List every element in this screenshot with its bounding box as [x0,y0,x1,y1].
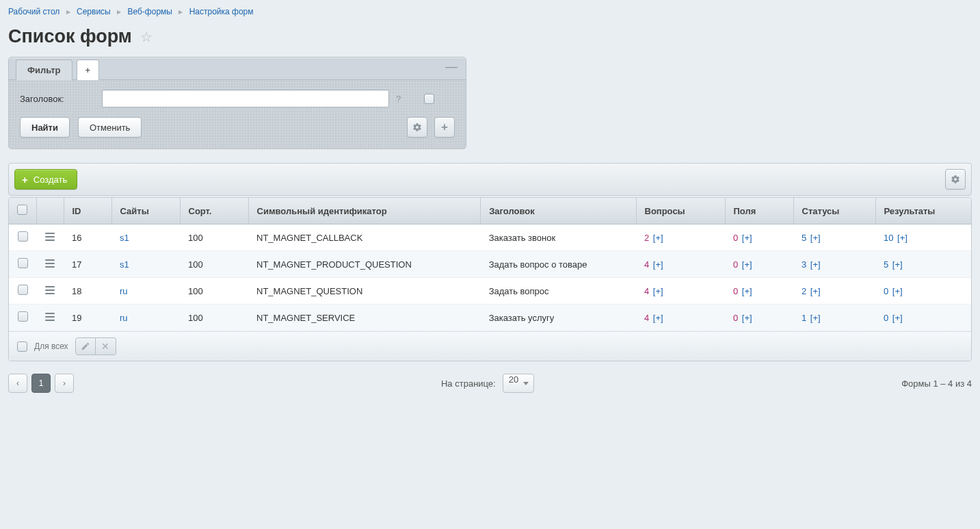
cell-site-link[interactable]: ru [120,286,128,296]
add-field-link[interactable]: [+] [742,233,752,243]
plus-icon: + [22,174,28,185]
add-question-link[interactable]: [+] [653,286,663,296]
cell-title: Заказать звонок [481,224,636,251]
page-next-button[interactable]: › [55,374,74,393]
add-result-link[interactable]: [+] [892,259,903,270]
add-question-link[interactable]: [+] [653,313,663,323]
cell-statuses-link[interactable]: 1 [802,313,806,323]
add-question-link[interactable]: [+] [653,259,663,270]
column-header-id[interactable]: ID [64,198,111,224]
breadcrumb-item[interactable]: Настройка форм [189,7,254,16]
gear-icon [412,122,422,132]
help-icon[interactable]: ? [396,94,401,104]
cell-site-link[interactable]: s1 [120,233,129,243]
cell-statuses-link[interactable]: 5 [802,233,806,243]
cell-fields-link[interactable]: 0 [733,259,738,270]
breadcrumb-item[interactable]: Веб-формы [127,7,172,16]
cell-title: Задать вопрос о товаре [481,251,636,278]
collapse-icon[interactable]: — [445,63,458,74]
cell-sort: 100 [180,278,248,305]
burger-icon[interactable] [45,286,55,294]
delete-selected-button[interactable]: ✕ [96,337,116,355]
add-field-link[interactable]: [+] [742,286,752,296]
burger-icon[interactable] [45,233,55,241]
column-header-sites[interactable]: Сайты [111,198,180,224]
column-header-menu [36,198,64,224]
cell-sort: 100 [180,224,248,251]
cell-id: 18 [64,278,111,305]
pencil-icon [81,341,90,351]
gear-icon [951,175,960,184]
column-header-results[interactable]: Результаты [875,198,971,224]
add-filter-field-button[interactable]: + [434,117,455,138]
table-row: 17s1100NT_MAGNET_PRODUCT_QUESTIONЗадать … [9,251,971,278]
chevron-right-icon: ▸ [66,7,70,16]
column-header-sort[interactable]: Сорт. [180,198,248,224]
row-checkbox[interactable] [18,231,28,242]
add-question-link[interactable]: [+] [653,233,663,243]
cell-site-link[interactable]: ru [120,313,128,323]
table-row: 19ru100NT_MAGNET_SERVICEЗаказать услугу4… [9,305,971,331]
cell-fields-link[interactable]: 0 [733,233,738,243]
cell-results-link[interactable]: 5 [884,259,888,270]
cell-questions-link[interactable]: 4 [644,259,649,270]
cell-results-link[interactable]: 0 [884,286,888,296]
find-button[interactable]: Найти [20,117,70,138]
page-prev-button[interactable]: ‹ [8,374,27,393]
page-number-button[interactable]: 1 [31,374,51,393]
filter-checkbox[interactable] [424,94,434,104]
add-status-link[interactable]: [+] [810,313,821,323]
column-header-statuses[interactable]: Статусы [793,198,875,224]
pagination: ‹ 1 › На странице: 20 Формы 1 – 4 из 4 [8,374,972,393]
cell-questions-link[interactable]: 4 [644,313,649,323]
edit-selected-button[interactable] [75,337,96,355]
action-all-checkbox[interactable] [17,341,27,352]
cell-fields-link[interactable]: 0 [733,286,738,296]
add-result-link[interactable]: [+] [892,286,903,296]
add-status-link[interactable]: [+] [810,286,821,296]
add-result-link[interactable]: [+] [892,313,903,323]
cell-statuses-link[interactable]: 2 [802,286,806,296]
cell-site-link[interactable]: s1 [120,259,129,270]
add-result-link[interactable]: [+] [897,233,908,243]
page-size-label: На странице: [441,378,496,389]
add-status-link[interactable]: [+] [810,233,821,243]
row-checkbox[interactable] [18,285,28,295]
burger-icon[interactable] [45,313,55,321]
add-filter-tab[interactable]: + [77,60,100,80]
page-size-select[interactable]: 20 [503,374,534,393]
add-field-link[interactable]: [+] [742,259,752,270]
cell-results-link[interactable]: 0 [884,313,888,323]
burger-icon[interactable] [45,259,55,268]
cell-questions-link[interactable]: 4 [644,286,649,296]
cancel-button[interactable]: Отменить [78,117,142,138]
breadcrumb-item[interactable]: Рабочий стол [8,7,59,16]
add-status-link[interactable]: [+] [810,259,821,270]
row-checkbox[interactable] [18,258,28,268]
settings-button[interactable] [407,117,427,138]
cell-questions-link[interactable]: 2 [644,233,649,243]
grid: ID Сайты Сорт. Символьный идентификатор … [8,197,972,361]
cell-statuses-link[interactable]: 3 [802,259,806,270]
cell-title: Задать вопрос [481,278,636,305]
create-button[interactable]: + Создать [14,169,77,190]
filter-panel: Фильтр + — Заголовок: ? Найти Отменить [8,57,466,149]
grid-settings-button[interactable] [945,169,966,190]
cell-sid: NT_MAGNET_SERVICE [248,305,481,331]
star-icon[interactable]: ☆ [140,29,153,45]
cell-id: 16 [64,224,111,251]
add-field-link[interactable]: [+] [742,313,752,323]
column-header-sid[interactable]: Символьный идентификатор [248,198,481,224]
column-header-fields[interactable]: Поля [725,198,793,224]
column-header-questions[interactable]: Вопросы [636,198,725,224]
column-header-title[interactable]: Заголовок [481,198,636,224]
cell-sid: NT_MAGNET_PRODUCT_QUESTION [248,251,481,278]
select-all-checkbox[interactable] [17,205,27,215]
cell-id: 19 [64,305,111,331]
cell-results-link[interactable]: 10 [884,233,893,243]
breadcrumb-item[interactable]: Сервисы [77,7,111,16]
filter-tab[interactable]: Фильтр [16,60,72,80]
row-checkbox[interactable] [18,311,28,322]
cell-fields-link[interactable]: 0 [733,313,738,323]
filter-title-input[interactable] [102,90,389,107]
